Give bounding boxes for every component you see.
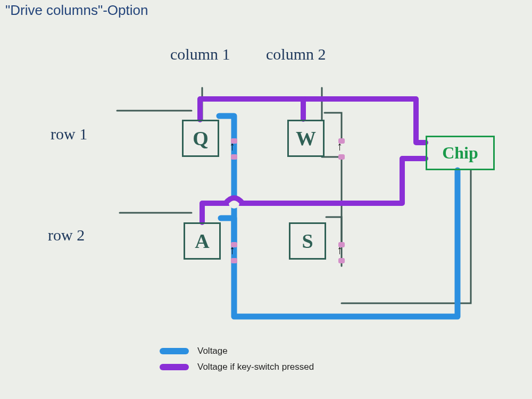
diode-w: ↑ xyxy=(338,138,345,160)
legend-voltage-pressed: Voltage if key-switch pressed xyxy=(160,362,314,372)
legend: Voltage Voltage if key-switch pressed xyxy=(160,346,314,378)
diode-q: ↑ xyxy=(230,138,238,160)
arrow-up-icon: ↑ xyxy=(337,244,343,256)
legend-swatch-voltage-pressed xyxy=(160,364,189,370)
arrow-up-icon: ↑ xyxy=(337,140,343,152)
label-row-2: row 2 xyxy=(48,226,85,244)
page-title: "Drive columns"-Option xyxy=(5,2,148,19)
label-column-2: column 2 xyxy=(266,45,326,63)
key-w: W xyxy=(287,120,325,157)
legend-voltage: Voltage xyxy=(160,346,314,356)
chip-box: Chip xyxy=(426,136,495,170)
label-row-1: row 1 xyxy=(51,125,87,143)
arrow-up-icon: ↑ xyxy=(229,244,235,256)
key-q: Q xyxy=(182,120,219,157)
legend-label-voltage-pressed: Voltage if key-switch pressed xyxy=(197,362,314,372)
key-a: A xyxy=(184,222,221,260)
diode-a: ↑ xyxy=(230,242,238,263)
key-s: S xyxy=(289,222,326,260)
diode-s: ↑ xyxy=(338,242,345,263)
legend-label-voltage: Voltage xyxy=(197,346,228,356)
label-column-1: column 1 xyxy=(170,45,230,63)
svg-point-0 xyxy=(229,198,239,209)
diagram-stage: "Drive columns"-Option column 1 column 2… xyxy=(0,0,532,399)
arrow-up-icon: ↑ xyxy=(229,140,235,152)
legend-swatch-voltage xyxy=(160,348,189,354)
